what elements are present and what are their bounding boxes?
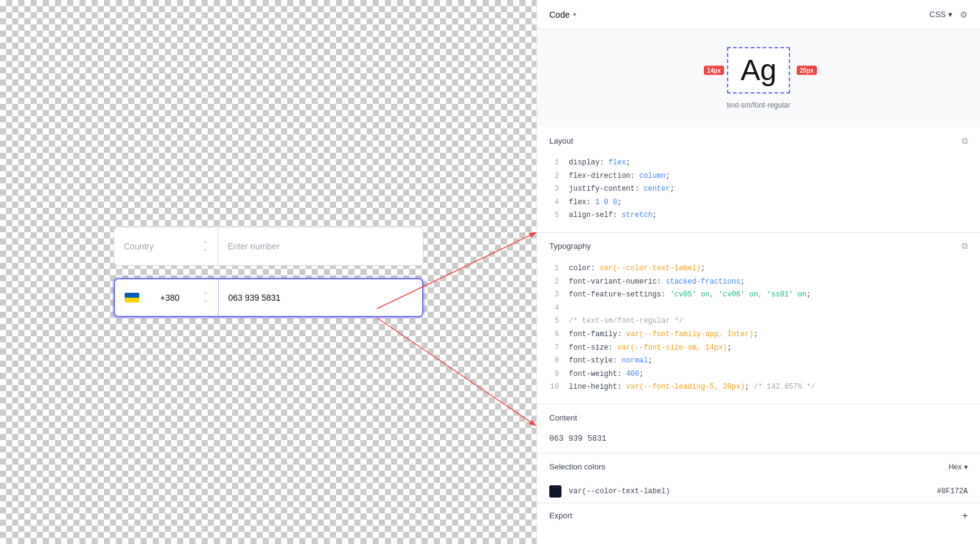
- annotation-arrows: [0, 0, 536, 544]
- code-line-1: 1 display: flex;: [549, 156, 968, 170]
- layout-section-header: Layout ⧉: [537, 127, 980, 154]
- country-code: +380: [160, 293, 180, 303]
- code-line-2: 2 flex-direction: column;: [549, 170, 968, 183]
- code-line-3: 3 justify-content: center;: [549, 183, 968, 196]
- selection-colors-title: Selection colors: [549, 462, 605, 471]
- typo-line-2: 2 font-variant-numeric: stacked-fraction…: [549, 276, 968, 289]
- country-placeholder: Country: [124, 241, 154, 251]
- phone-input-inactive: Country: [114, 227, 423, 266]
- color-hex-value: #0F172A: [937, 487, 968, 496]
- settings-icon[interactable]: ⚙: [960, 10, 968, 20]
- hex-label: Hex ▾: [949, 463, 968, 471]
- panel-header: Code ▾ CSS ▾ ⚙: [537, 0, 980, 29]
- typography-section: Typography ⧉ 1 color: var(--color-text-l…: [537, 233, 980, 405]
- typo-line-9: 9 font-weight: 400;: [549, 368, 968, 381]
- typo-line-5: 5 /* text-sm/font-regular */: [549, 315, 968, 328]
- typo-line-1: 1 color: var(--color-text-label);: [549, 262, 968, 276]
- export-plus-icon[interactable]: +: [962, 510, 968, 521]
- panel-dropdown-icon[interactable]: ▾: [573, 11, 576, 18]
- layout-section-title: Layout: [549, 136, 573, 145]
- number-field-inactive[interactable]: [218, 227, 423, 265]
- typo-line-6: 6 font-family: var(--font-family-app, In…: [549, 328, 968, 342]
- number-input-inactive[interactable]: [228, 241, 413, 251]
- right-spacing-badge: 20px: [797, 66, 817, 75]
- ag-display: Ag: [727, 47, 790, 94]
- panel-title: Code: [549, 10, 569, 20]
- code-line-5: 5 align-self: stretch;: [549, 209, 968, 222]
- content-section-header: Content: [537, 405, 980, 432]
- typo-line-4: 4: [549, 302, 968, 315]
- chevron-updown-icon: [203, 241, 208, 252]
- layout-section: Layout ⧉ 1 display: flex; 2 flex-directi…: [537, 127, 980, 233]
- typo-line-3: 3 font-feature-settings: 'cv05' on, 'cv0…: [549, 289, 968, 302]
- ukraine-flag-icon: [125, 293, 139, 303]
- code-line-4: 4 flex: 1 0 0;: [549, 196, 968, 210]
- typo-line-8: 8 font-style: normal;: [549, 355, 968, 368]
- css-label[interactable]: CSS ▾: [929, 10, 953, 19]
- typo-line-7: 7 font-size: var(--font-size-sm, 14px);: [549, 342, 968, 355]
- number-field-active[interactable]: [219, 279, 422, 316]
- left-spacing-badge: 14px: [704, 66, 724, 75]
- typography-copy-icon[interactable]: ⧉: [962, 241, 968, 251]
- typography-preview: 14px Ag 20px text-sm/font-regular: [537, 29, 980, 127]
- ag-text-container: 14px Ag 20px: [727, 47, 790, 94]
- content-section-title: Content: [549, 413, 577, 422]
- layout-code-block: 1 display: flex; 2 flex-direction: colum…: [537, 154, 980, 232]
- typography-section-title: Typography: [549, 241, 591, 251]
- right-panel: Code ▾ CSS ▾ ⚙ 14px Ag 20px text-sm/font…: [536, 0, 980, 544]
- typography-code-block: 1 color: var(--color-text-label); 2 font…: [537, 260, 980, 404]
- typography-style-label: text-sm/font-regular: [726, 101, 790, 109]
- color-swatch: [549, 485, 561, 498]
- typo-line-10: 10 line-height: var(--font-leading-5, 20…: [549, 381, 968, 394]
- selection-colors-header: Selection colors Hex ▾: [537, 454, 980, 480]
- export-title: Export: [549, 511, 572, 520]
- selection-colors-section: Selection colors Hex ▾ var(--color-text-…: [537, 454, 980, 503]
- color-var-text: var(--color-text-label): [569, 487, 937, 496]
- layout-copy-icon[interactable]: ⧉: [962, 136, 968, 146]
- number-input-active[interactable]: [229, 293, 412, 303]
- chevron-updown-active-icon: [203, 292, 208, 303]
- svg-line-2: [377, 318, 536, 426]
- panel-header-right: CSS ▾ ⚙: [929, 10, 968, 20]
- panel-header-left: Code ▾: [549, 10, 576, 20]
- phone-input-active: +380: [114, 278, 423, 317]
- content-section: Content 063 939 5831: [537, 405, 980, 454]
- typography-section-header: Typography ⧉: [537, 233, 980, 260]
- country-selector-inactive[interactable]: Country: [114, 227, 218, 265]
- color-row: var(--color-text-label) #0F172A: [537, 480, 980, 502]
- country-selector-active[interactable]: +380: [115, 279, 219, 316]
- canvas-area: Country +380: [0, 0, 536, 544]
- export-section: Export +: [537, 503, 980, 529]
- content-value: 063 939 5831: [537, 432, 980, 453]
